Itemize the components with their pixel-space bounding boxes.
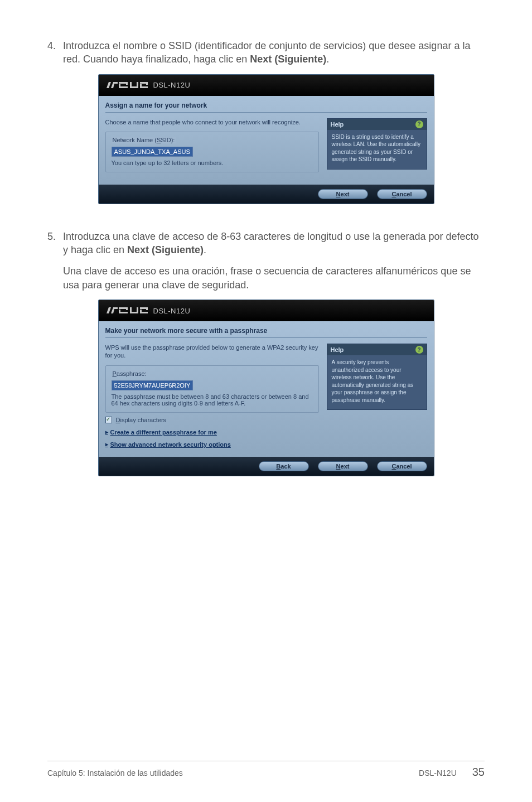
ssid-hint: You can type up to 32 letters or numbers…: [112, 160, 313, 166]
svg-rect-25: [146, 307, 148, 310]
passphrase-legend: Passphrase:: [112, 370, 148, 377]
section-title: Make your network more secure with a pas…: [105, 327, 427, 338]
next-button[interactable]: Next: [318, 189, 368, 199]
screenshot-passphrase-dialog: DSL-N12U Make your network more secure w…: [98, 299, 434, 476]
description-text: WPS will use the passphrase provided bel…: [105, 344, 319, 360]
create-different-link[interactable]: Create a different passphrase for me: [105, 429, 319, 436]
step-5-text: 5. Introduzca una clave de acceso de 8-6…: [47, 230, 485, 257]
passphrase-hint: The passphrase must be between 8 and 63 …: [112, 393, 313, 407]
dialog-footer: Next Cancel: [99, 185, 434, 204]
step-5-number: 5.: [47, 230, 63, 257]
step-5-body: Introduzca una clave de acceso de 8-63 c…: [63, 230, 485, 257]
step-4-number: 4.: [47, 39, 63, 66]
asus-logo-icon: [105, 306, 149, 316]
asus-logo: [105, 80, 152, 90]
dialog-header: DSL-N12U: [99, 300, 434, 321]
step-4-post: .: [326, 54, 329, 65]
page-footer: Capítulo 5: Instalación de las utilidade…: [47, 761, 485, 779]
help-title-bar: Help ?: [327, 344, 427, 355]
help-body-text: SSID is a string used to identify a wire…: [327, 130, 427, 169]
svg-marker-1: [111, 82, 118, 88]
svg-rect-11: [140, 84, 142, 87]
svg-rect-18: [126, 307, 128, 310]
model-label: DSL-N12U: [153, 307, 191, 315]
dialog-header: DSL-N12U: [99, 75, 434, 96]
asus-logo: [105, 306, 152, 316]
svg-rect-24: [140, 310, 142, 312]
svg-marker-14: [111, 307, 118, 313]
cancel-button[interactable]: Cancel: [377, 461, 427, 471]
next-button[interactable]: Next: [318, 461, 368, 471]
ssid-legend: Network Name (SSID):: [112, 137, 176, 143]
dialog-footer: Back Next Cancel: [99, 457, 434, 476]
display-chars-label: Display characters: [116, 417, 167, 423]
asus-logo-icon: [105, 80, 149, 90]
svg-rect-12: [146, 82, 148, 85]
svg-marker-13: [107, 307, 111, 313]
help-title-text: Help: [331, 346, 344, 353]
step-5-post: .: [204, 244, 206, 255]
help-icon: ?: [415, 346, 423, 354]
svg-marker-0: [107, 82, 111, 88]
step-4-bold: Next (Siguiente): [250, 54, 326, 65]
step-5-subtext: Una clave de acceso es una oración, fras…: [63, 264, 485, 292]
dialog-body: Assign a name for your network Choose a …: [99, 96, 434, 185]
form-column: Choose a name that people who connect to…: [105, 118, 319, 176]
help-panel: Help ? SSID is a string used to identify…: [327, 118, 427, 170]
dialog-body: Make your network more secure with a pas…: [99, 321, 434, 457]
svg-rect-21: [130, 312, 138, 313]
help-title-bar: Help ?: [327, 119, 427, 130]
svg-rect-17: [119, 310, 120, 312]
svg-rect-5: [126, 82, 128, 85]
help-panel: Help ? A security key prevents unauthori…: [327, 344, 427, 410]
svg-rect-4: [119, 84, 120, 87]
back-button[interactable]: Back: [259, 461, 309, 471]
svg-rect-8: [130, 86, 138, 88]
footer-chapter: Capítulo 5: Instalación de las utilidade…: [47, 769, 183, 777]
display-chars-row: Display characters: [105, 416, 319, 423]
form-column: WPS will use the passphrase provided bel…: [105, 344, 319, 448]
footer-model: DSL-N12U: [419, 769, 457, 777]
model-label: DSL-N12U: [153, 81, 191, 89]
help-title-text: Help: [331, 121, 344, 128]
step-5-pre: Introduzca una clave de acceso de 8-63 c…: [63, 231, 479, 255]
section-title: Assign a name for your network: [105, 102, 427, 113]
passphrase-fieldset: Passphrase: 52E58JRYM7AUEP6R2OIY The pas…: [105, 365, 319, 413]
step-4-body: Introduzca el nombre o SSID (identificad…: [63, 39, 485, 66]
show-advanced-link[interactable]: Show advanced network security options: [105, 441, 319, 448]
screenshot-ssid-dialog: DSL-N12U Assign a name for your network …: [98, 74, 434, 204]
help-icon: ?: [415, 120, 423, 128]
description-text: Choose a name that people who connect to…: [105, 118, 319, 126]
help-body-text: A security key prevents unauthorized acc…: [327, 355, 427, 409]
step-4-text: 4. Introduzca el nombre o SSID (identifi…: [47, 39, 485, 66]
passphrase-input[interactable]: 52E58JRYM7AUEP6R2OIY: [112, 380, 194, 390]
cancel-button[interactable]: Cancel: [377, 189, 427, 199]
ssid-input[interactable]: ASUS_JUNDA_TXA_ASUS: [112, 147, 193, 157]
step-5-bold: Next (Siguiente): [127, 244, 204, 255]
ssid-fieldset: Network Name (SSID): ASUS_JUNDA_TXA_ASUS…: [105, 132, 319, 172]
display-chars-checkbox[interactable]: [105, 417, 112, 423]
footer-page-number: 35: [472, 766, 485, 779]
